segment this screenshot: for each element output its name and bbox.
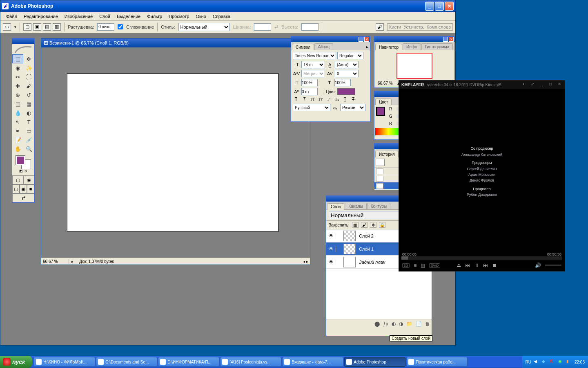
style-select[interactable]: Нормальный xyxy=(178,23,230,31)
palette-tab-brushes[interactable]: Кисти xyxy=(389,25,401,29)
lock-position-icon[interactable]: ✥ xyxy=(370,222,376,228)
language-indicator[interactable]: RU xyxy=(526,360,531,364)
screen-mode-1[interactable]: ▢ xyxy=(12,184,20,193)
taskbar-item[interactable]: C:\Documents and Se... xyxy=(96,357,157,367)
kmp-seekbar[interactable] xyxy=(401,256,562,260)
new-layer-icon[interactable]: 📄 xyxy=(416,321,422,327)
link-layers-icon[interactable]: ⬤ xyxy=(374,321,380,327)
hscale-input[interactable] xyxy=(334,79,351,86)
tab-navigator[interactable]: Навигатор xyxy=(375,44,402,50)
tab-color[interactable]: Цвет xyxy=(375,99,392,105)
eyedropper-tool[interactable]: 💉 xyxy=(23,135,34,144)
kmp-3d-badge[interactable]: 3D xyxy=(402,263,410,268)
layer-thumbnail[interactable] xyxy=(343,231,356,241)
path-tool[interactable]: ↖ xyxy=(12,117,23,126)
brushes-palette-icon[interactable]: 🖌 xyxy=(376,23,384,31)
kmp-next-button[interactable]: ⏭ xyxy=(483,263,488,268)
kmp-stop-button[interactable]: ⏹ xyxy=(492,263,497,268)
marquee-tool-icon[interactable]: ⬭ xyxy=(3,23,11,31)
tab-info[interactable]: Инфо xyxy=(403,43,421,50)
kmp-playlist-icon[interactable]: ▤ xyxy=(421,263,425,268)
panel-minimize-button[interactable]: _ xyxy=(359,37,363,42)
layer-thumbnail[interactable] xyxy=(343,257,356,267)
menu-Фильтр[interactable]: Фильтр xyxy=(144,13,165,20)
delete-layer-icon[interactable]: 🗑 xyxy=(425,321,430,327)
jump-to-imageready[interactable]: ⇄ xyxy=(12,193,34,202)
canvas-area[interactable] xyxy=(43,49,303,256)
navigator-thumbnail[interactable] xyxy=(396,53,432,79)
screen-mode-3[interactable]: ■ xyxy=(27,184,34,193)
minimize-button[interactable]: _ xyxy=(425,2,434,11)
history-snapshot-thumb[interactable] xyxy=(376,159,385,166)
tracking-select[interactable]: 0 xyxy=(335,70,359,77)
taskbar-item[interactable]: [4/16] Poslednjaja.vs... xyxy=(220,357,281,367)
tray-icon[interactable]: ◀ xyxy=(534,359,539,365)
layer-fx-icon[interactable]: ƒx xyxy=(383,321,388,327)
selection-new-icon[interactable]: ▢ xyxy=(23,23,31,31)
kmp-expand-icon[interactable]: ⤢ xyxy=(530,82,535,88)
shape-tool[interactable]: ▭ xyxy=(23,126,34,135)
kerning-select[interactable]: Метричес xyxy=(301,70,325,77)
kmp-pin-icon[interactable]: ⚬ xyxy=(521,82,526,88)
lasso-tool[interactable]: ◉ xyxy=(12,63,23,72)
feather-input[interactable] xyxy=(97,23,114,31)
antialias-select[interactable]: Резкое xyxy=(340,104,365,111)
tab-histogram[interactable]: Гистограмма xyxy=(421,43,453,50)
bold-button[interactable]: T xyxy=(293,97,299,101)
panel-minimize-button[interactable]: _ xyxy=(443,37,448,42)
visibility-toggle-icon[interactable]: 👁 xyxy=(326,246,336,252)
menu-Справка[interactable]: Справка xyxy=(209,13,234,20)
start-button[interactable]: пуск xyxy=(0,356,32,368)
italic-button[interactable]: T xyxy=(301,97,307,101)
layer-group-icon[interactable]: 📁 xyxy=(406,321,412,327)
eraser-tool[interactable]: ◫ xyxy=(12,99,23,108)
panel-close-button[interactable]: ✕ xyxy=(449,37,454,42)
photoshop-titlebar[interactable]: 🖌 Adobe Photoshop _ □ ✕ xyxy=(0,0,455,12)
font-size-select[interactable]: 18 пт xyxy=(301,61,325,68)
palette-tab-presets[interactable]: Уст.инстр. xyxy=(403,25,424,29)
subscript-button[interactable]: T₁ xyxy=(334,97,340,101)
selection-sub-icon[interactable]: ▤ xyxy=(43,23,51,31)
tray-icon[interactable]: ◉ xyxy=(558,359,564,365)
quickmask-mode-icon[interactable]: ◉ xyxy=(23,175,34,184)
taskbar-item[interactable]: Adobe Photoshop xyxy=(344,357,405,367)
standard-mode-icon[interactable]: ▢ xyxy=(12,175,23,184)
screen-mode-2[interactable]: ▣ xyxy=(20,184,27,193)
slice-tool[interactable]: ⛶ xyxy=(23,72,34,81)
taskbar-item[interactable]: Практическая рабо... xyxy=(406,357,468,367)
lock-pixels-icon[interactable]: 🖌 xyxy=(361,222,368,228)
baseline-input[interactable] xyxy=(301,88,318,95)
taskbar-item[interactable]: Н:\КИНО - ФИЛЬМЫ\... xyxy=(34,357,95,367)
history-brush-tool[interactable]: ↺ xyxy=(23,90,34,99)
foreground-color-swatch[interactable] xyxy=(16,156,25,165)
font-family-select[interactable]: Times New Roman xyxy=(293,52,336,59)
tab-layers[interactable]: Слои xyxy=(327,203,344,210)
kmp-video-area[interactable]: Со продюсерАлександр КотеловскийПродюсер… xyxy=(399,89,565,252)
tray-icon[interactable]: ▮ xyxy=(566,359,572,365)
lock-all-icon[interactable]: 🔒 xyxy=(379,222,385,228)
healing-tool[interactable]: ✚ xyxy=(12,81,23,90)
visibility-toggle-icon[interactable]: 👁 xyxy=(326,233,336,239)
kmplayer-titlebar[interactable]: KMPLAYER vstrecha.04.iz.16.2011.DVDRip.K… xyxy=(399,81,565,89)
brush-tool[interactable]: 🖌 xyxy=(23,81,34,90)
kmp-pause-button[interactable]: ⏸ xyxy=(474,263,479,268)
visibility-toggle-icon[interactable]: 👁 xyxy=(326,259,336,265)
leading-select[interactable]: (Авто) xyxy=(335,61,359,68)
strikethrough-button[interactable]: T xyxy=(350,97,356,101)
palette-tab-comps[interactable]: Комп.слоев xyxy=(427,25,451,29)
underline-button[interactable]: T xyxy=(342,97,348,101)
notes-tool[interactable]: 📝 xyxy=(12,135,23,144)
kmp-close-button[interactable]: ✕ xyxy=(557,82,562,88)
maximize-button[interactable]: □ xyxy=(435,2,444,11)
kmp-volume-icon[interactable]: 🔊 xyxy=(535,263,541,268)
vscale-input[interactable] xyxy=(301,79,318,86)
kmp-maximize-button[interactable]: □ xyxy=(548,82,553,88)
clock[interactable]: 22:03 xyxy=(575,360,585,364)
selection-intersect-icon[interactable]: ▥ xyxy=(53,23,61,31)
crop-tool[interactable]: ✂ xyxy=(12,72,23,81)
kmp-minimize-button[interactable]: _ xyxy=(539,82,544,88)
blur-tool[interactable]: 💧 xyxy=(12,108,23,117)
selection-add-icon[interactable]: ▣ xyxy=(33,23,41,31)
menu-Редактирование[interactable]: Редактирование xyxy=(20,13,61,20)
taskbar-item[interactable]: Входящие - klara-7... xyxy=(282,357,343,367)
